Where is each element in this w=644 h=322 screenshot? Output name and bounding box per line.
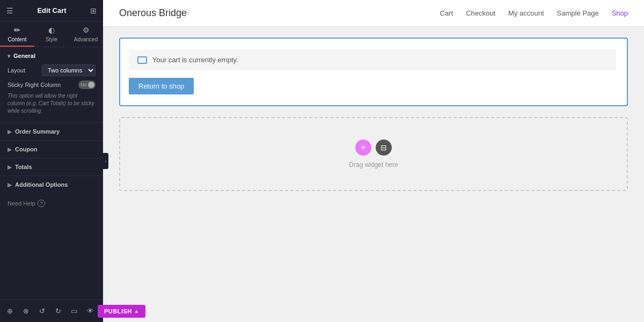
top-nav: Onerous Bridge Cart Checkout My account … (103, 0, 644, 27)
tab-content[interactable]: ✏ Content (0, 21, 34, 47)
general-arrow-icon: ▾ (8, 53, 10, 59)
order-summary-title[interactable]: ▶ Order Summary (8, 128, 96, 135)
page-content: Your cart is currently empty. Return to … (103, 27, 644, 322)
style-icon: ◐ (48, 26, 55, 34)
tab-style-label: Style (46, 36, 57, 42)
totals-label: Totals (15, 164, 32, 170)
grid-icon[interactable]: ⊞ (90, 6, 97, 15)
sticky-toggle[interactable]: No (78, 80, 96, 89)
plus-symbol: + (361, 143, 365, 152)
sidebar-header: ☰ Edit Cart ⊞ (0, 0, 103, 21)
coupon-section: ▶ Coupon (0, 140, 103, 158)
need-help[interactable]: Need Help ? (0, 193, 103, 214)
layers-icon[interactable]: ⊕ (2, 304, 17, 319)
responsive-icon[interactable]: ▭ (67, 304, 82, 319)
toggle-knob (88, 82, 94, 88)
additional-options-label: Additional Options (15, 181, 68, 188)
widget-symbol: ⊟ (380, 143, 387, 152)
totals-section: ▶ Totals (0, 158, 103, 175)
sidebar: ☰ Edit Cart ⊞ ✏ Content ◐ Style ⚙ Advanc… (0, 0, 103, 322)
general-title-label: General (13, 53, 35, 59)
additional-options-arrow: ▶ (8, 182, 12, 188)
nav-my-account[interactable]: My account (508, 9, 544, 17)
nav-cart[interactable]: Cart (440, 9, 453, 17)
publish-arrow-icon: ▲ (134, 309, 139, 314)
sticky-description: This option will allow the right column … (8, 92, 96, 115)
sticky-row: Sticky Right Column No (8, 80, 96, 89)
cart-empty-notice: Your cart is currently empty. (129, 49, 616, 70)
content-icon: ✏ (14, 26, 20, 34)
publish-button[interactable]: PUBLISH ▲ (98, 305, 145, 318)
sidebar-content: ▾ General Layout Two columns One column … (0, 47, 103, 299)
tab-content-label: Content (8, 36, 26, 42)
coupon-label: Coupon (15, 146, 38, 152)
toggle-text: No (80, 82, 87, 87)
return-to-shop-button[interactable]: Return to shop (129, 78, 194, 94)
tab-advanced-label: Advanced (74, 36, 98, 42)
main-content: Onerous Bridge Cart Checkout My account … (103, 0, 644, 322)
add-widget-icon[interactable]: + (355, 140, 371, 156)
widget-type-icon[interactable]: ⊟ (376, 140, 392, 156)
redo-icon[interactable]: ↻ (50, 304, 65, 319)
additional-options-section: ▶ Additional Options (0, 175, 103, 193)
totals-title[interactable]: ▶ Totals (8, 164, 96, 170)
advanced-icon: ⚙ (83, 26, 90, 34)
order-summary-arrow: ▶ (8, 129, 12, 135)
layout-label: Layout (8, 67, 25, 74)
sticky-label: Sticky Right Column (8, 82, 61, 88)
drag-widget-area[interactable]: + ⊟ Drag widget here (119, 117, 628, 191)
tab-style[interactable]: ◐ Style (34, 21, 69, 47)
layout-field-row: Layout Two columns One column (8, 64, 96, 76)
nav-sample-page[interactable]: Sample Page (557, 9, 599, 17)
coupon-title[interactable]: ▶ Coupon (8, 146, 96, 152)
publish-label: PUBLISH (104, 308, 132, 314)
eye-icon[interactable]: 👁 (83, 304, 98, 319)
order-summary-section: ▶ Order Summary (0, 122, 103, 140)
tab-advanced[interactable]: ⚙ Advanced (69, 21, 103, 47)
general-section: ▾ General Layout Two columns One column … (0, 47, 103, 122)
nav-checkout[interactable]: Checkout (466, 9, 495, 17)
cart-icon (137, 56, 147, 64)
drag-icons: + ⊟ (355, 140, 392, 156)
order-summary-label: Order Summary (15, 128, 60, 135)
nav-links: Cart Checkout My account Sample Page Sho… (440, 9, 628, 17)
bottom-icons: ⊕ ⊗ ↺ ↻ ▭ 👁 (2, 304, 98, 319)
help-icon: ? (38, 200, 45, 207)
nav-shop[interactable]: Shop (612, 9, 628, 17)
need-help-label: Need Help (8, 200, 35, 207)
additional-options-title[interactable]: ▶ Additional Options (8, 181, 96, 188)
sidebar-tabs: ✏ Content ◐ Style ⚙ Advanced (0, 21, 103, 47)
totals-arrow: ▶ (8, 164, 12, 170)
sidebar-bottom: ⊕ ⊗ ↺ ↻ ▭ 👁 PUBLISH ▲ (0, 299, 103, 322)
cart-widget: Your cart is currently empty. Return to … (119, 38, 628, 106)
undo-icon[interactable]: ↺ (34, 304, 49, 319)
collapse-tab[interactable]: ‹ (103, 153, 108, 169)
general-section-title[interactable]: ▾ General (8, 53, 96, 59)
drag-widget-text: Drag widget here (349, 161, 398, 169)
hamburger-icon[interactable]: ☰ (6, 6, 13, 15)
cart-empty-message: Your cart is currently empty. (152, 56, 238, 64)
sidebar-title: Edit Cart (37, 6, 66, 14)
layout-select[interactable]: Two columns One column (42, 64, 96, 76)
coupon-arrow: ▶ (8, 147, 12, 152)
stack-icon[interactable]: ⊗ (18, 304, 33, 319)
site-title: Onerous Bridge (119, 8, 187, 19)
